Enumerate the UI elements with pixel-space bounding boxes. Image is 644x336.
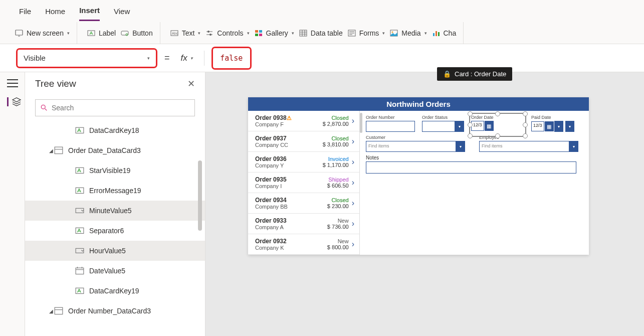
fx-button[interactable]: fx▾	[177, 53, 197, 63]
search-icon	[41, 104, 48, 111]
text-icon	[75, 166, 84, 175]
paid-date-value[interactable]: 12/3	[531, 121, 544, 131]
hamburger-icon[interactable]	[7, 79, 18, 87]
menu-home[interactable]: Home	[45, 2, 65, 21]
chevron-right-icon: ›	[352, 137, 354, 146]
card-icon	[54, 146, 63, 154]
label-customer: Customer	[366, 135, 465, 140]
text-icon	[75, 227, 84, 235]
calendar-icon[interactable]: ▦	[545, 121, 554, 131]
list-item[interactable]: Order 0936Company YInvoiced$ 1,170.00›	[248, 152, 359, 173]
equals-label: =	[164, 53, 170, 63]
lock-icon: 🔒	[443, 70, 451, 78]
hour-dropdown[interactable]: ▾	[554, 121, 563, 132]
menu-bar: File Home Insert View	[0, 0, 644, 22]
tree-item[interactable]: ◢Order Number_DataCard3	[25, 301, 205, 321]
list-item[interactable]: Order 0932Company KNew$ 800.00›	[248, 234, 359, 255]
datatable-button[interactable]: Data table	[299, 29, 343, 37]
text-button[interactable]: Abc Text▾	[170, 29, 201, 37]
list-item[interactable]: Order 0937Company CCClosed$ 3,810.00›	[248, 131, 359, 152]
tree-item[interactable]: DataCardKey19	[25, 281, 205, 301]
text-icon	[75, 187, 84, 195]
canvas[interactable]: Northwind Orders Order 0938⚠Company FClo…	[205, 72, 644, 336]
text-icon: Abc	[170, 30, 178, 37]
left-rail	[0, 72, 25, 336]
chevron-right-icon: ›	[352, 178, 354, 187]
menu-file[interactable]: File	[19, 2, 31, 21]
controls-button[interactable]: Controls▾	[205, 29, 249, 37]
table-icon	[299, 30, 307, 37]
tree-panel: Tree view ✕ DataCardKey18◢Order Date_Dat…	[25, 72, 205, 336]
selected-card-outline[interactable]	[469, 113, 526, 137]
svg-text:Abc: Abc	[172, 32, 178, 35]
button-icon	[121, 30, 129, 37]
tree-item[interactable]: ErrorMessage19	[25, 181, 205, 201]
app-frame: Northwind Orders Order 0938⚠Company FClo…	[248, 97, 589, 255]
svg-rect-0	[16, 30, 23, 35]
svg-point-8	[207, 31, 209, 33]
svg-rect-27	[436, 31, 437, 36]
close-icon[interactable]: ✕	[187, 78, 195, 89]
tree-item[interactable]: ◢Order Date_DataCard3	[25, 140, 205, 160]
svg-rect-38	[76, 249, 84, 253]
gallery-icon	[255, 30, 263, 37]
svg-rect-28	[438, 32, 440, 36]
label-notes: Notes	[366, 155, 583, 160]
charts-button[interactable]: Cha	[432, 29, 457, 37]
svg-point-10	[209, 34, 211, 36]
chevron-right-icon: ›	[352, 199, 354, 208]
label-button[interactable]: Label	[87, 29, 116, 37]
svg-rect-14	[259, 34, 262, 36]
employee-dropdown[interactable]: Find items▾	[479, 141, 578, 152]
scrollbar-thumb[interactable]	[198, 160, 202, 231]
list-item[interactable]: Order 0938⚠Company FClosed$ 2,870.00›	[248, 111, 359, 131]
property-dropdown[interactable]: Visible ▾	[16, 48, 157, 68]
media-button[interactable]: Media▾	[390, 29, 426, 37]
chevron-right-icon: ›	[352, 240, 354, 249]
formula-bar: Visible ▾ = fx▾ false	[0, 44, 644, 72]
order-status-dropdown[interactable]: ▾	[422, 121, 464, 132]
dropdown-icon	[75, 207, 84, 215]
svg-point-29	[41, 105, 45, 109]
forms-button[interactable]: Forms▾	[348, 29, 385, 37]
detail-form: Order Number Order Status▾ Order Date 12…	[360, 111, 589, 255]
forms-icon	[348, 30, 356, 37]
tree-item[interactable]: MinuteValue5	[25, 201, 205, 221]
svg-rect-32	[55, 147, 63, 154]
chevron-right-icon: ›	[352, 157, 354, 166]
tree-item[interactable]: DateValue5	[25, 261, 205, 281]
text-icon	[75, 126, 84, 134]
list-item[interactable]: Order 0935Company IShipped$ 606.50›	[248, 173, 359, 193]
svg-point-25	[392, 31, 393, 33]
minute-dropdown[interactable]: ▾	[565, 121, 574, 132]
label-paid-date: Paid Date	[531, 115, 576, 120]
list-item[interactable]: Order 0933Company ANew$ 736.00›	[248, 214, 359, 234]
button-button[interactable]: Button	[121, 29, 152, 37]
gallery-button[interactable]: Gallery▾	[255, 29, 294, 37]
svg-rect-13	[255, 34, 258, 36]
label-order-status: Order Status	[422, 115, 464, 120]
controls-icon	[205, 30, 213, 37]
notes-input[interactable]	[366, 161, 576, 174]
tree-item[interactable]: StarVisible19	[25, 160, 205, 181]
formula-input[interactable]: false	[211, 47, 252, 70]
search-input[interactable]	[35, 99, 195, 116]
new-screen-button[interactable]: New screen▾	[15, 29, 70, 37]
media-icon	[390, 30, 398, 37]
tree-view-icon[interactable]	[7, 97, 18, 106]
order-number-input[interactable]	[366, 121, 415, 132]
svg-rect-12	[259, 30, 262, 33]
tree-item[interactable]: HourValue5	[25, 241, 205, 261]
label-icon	[87, 30, 95, 37]
list-item[interactable]: Order 0934Company BBClosed$ 230.00›	[248, 193, 359, 214]
customer-dropdown[interactable]: Find items▾	[366, 141, 465, 152]
text-icon	[75, 287, 84, 295]
order-gallery[interactable]: Order 0938⚠Company FClosed$ 2,870.00›Ord…	[248, 111, 360, 255]
tree-item[interactable]: DataCardKey18	[25, 120, 205, 140]
menu-insert[interactable]: Insert	[79, 1, 100, 21]
selection-tooltip: 🔒 Card : Order Date	[437, 67, 512, 81]
app-title: Northwind Orders	[248, 97, 589, 111]
tree-item[interactable]: Separator6	[25, 221, 205, 241]
menu-view[interactable]: View	[114, 2, 130, 21]
svg-rect-11	[255, 30, 258, 33]
